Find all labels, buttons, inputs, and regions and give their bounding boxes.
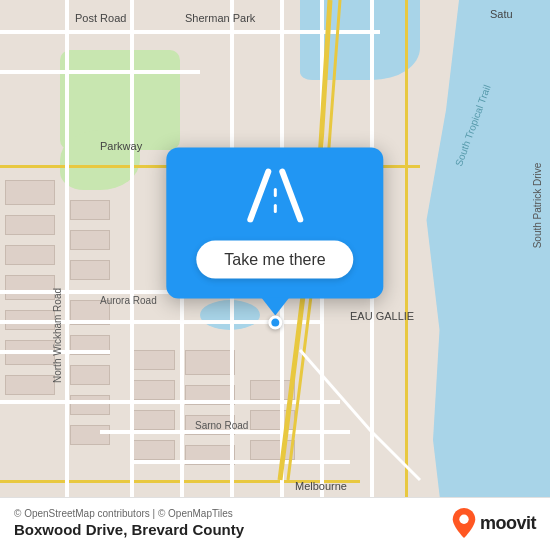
city-block	[130, 440, 175, 460]
city-block	[70, 230, 110, 250]
location-name: Boxwood Drive, Brevard County	[14, 521, 244, 538]
city-block	[250, 410, 295, 430]
road-icon	[240, 168, 310, 227]
sarno-road-label: Sarno Road	[195, 420, 248, 431]
city-block	[250, 440, 295, 460]
road-horizontal	[0, 70, 200, 74]
city-block	[130, 380, 175, 400]
water-lagoon	[420, 0, 550, 550]
city-block	[185, 350, 235, 375]
road-horizontal	[0, 400, 340, 404]
north-wickham-label: North Wickham Road	[52, 288, 63, 383]
svg-line-0	[250, 172, 268, 220]
city-block	[5, 375, 55, 395]
city-block	[5, 245, 55, 265]
bottom-left: © OpenStreetMap contributors | © OpenMap…	[14, 508, 244, 538]
map-popup: Take me there	[166, 148, 383, 330]
popup-tail	[261, 298, 289, 316]
moovit-pin-icon	[452, 508, 476, 538]
park-area-2	[60, 130, 140, 190]
post-road-label: Post Road	[75, 12, 126, 24]
svg-line-1	[282, 172, 300, 220]
take-me-there-button[interactable]: Take me there	[196, 241, 353, 279]
popup-box: Take me there	[166, 148, 383, 299]
city-block	[5, 275, 55, 300]
water-top	[300, 0, 420, 80]
city-block	[70, 395, 110, 415]
city-block	[70, 425, 110, 445]
road-vertical	[65, 0, 69, 500]
parkway-label: Parkway	[100, 140, 142, 152]
city-block	[5, 180, 55, 205]
south-patrick-label: South Patrick Drive	[532, 163, 543, 249]
city-block	[70, 260, 110, 280]
sherman-park-label: Sherman Park	[185, 12, 255, 24]
road-vertical	[130, 0, 134, 500]
bottom-bar: © OpenStreetMap contributors | © OpenMap…	[0, 497, 550, 550]
city-block	[250, 380, 295, 400]
city-block	[5, 215, 55, 235]
city-block	[130, 350, 175, 370]
aurora-road-label: Aurora Road	[100, 295, 157, 306]
road-horizontal	[130, 460, 350, 464]
melbourne-label: Melbourne	[295, 480, 347, 492]
svg-point-4	[459, 515, 468, 524]
map-container: Post Road Sherman Park Parkway Aurora Ro…	[0, 0, 550, 550]
city-block	[70, 200, 110, 220]
road-major-v	[405, 0, 408, 500]
satu-label: Satu	[490, 8, 513, 20]
map-pin	[268, 316, 282, 330]
attribution: © OpenStreetMap contributors | © OpenMap…	[14, 508, 244, 519]
city-block	[70, 365, 110, 385]
moovit-text: moovit	[480, 513, 536, 534]
moovit-logo: moovit	[452, 508, 536, 538]
city-block	[130, 410, 175, 430]
